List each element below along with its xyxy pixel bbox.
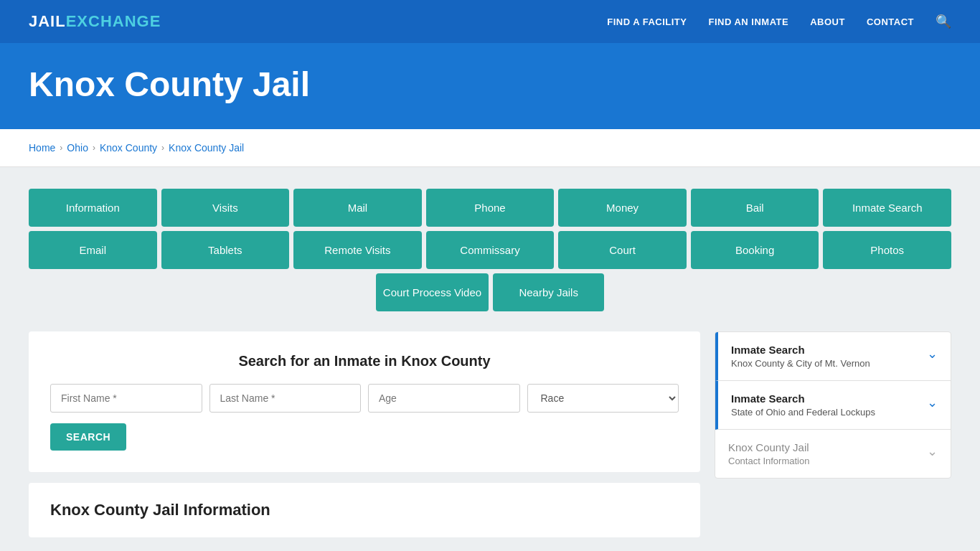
info-title: Knox County Jail Information	[50, 501, 679, 519]
btn-photos[interactable]: Photos	[823, 231, 951, 269]
sidebar-item-title-3: Knox County Jail	[728, 441, 809, 453]
nav-find-facility[interactable]: FIND A FACILITY	[607, 15, 687, 28]
main-content: Information Visits Mail Phone Money Bail…	[0, 167, 980, 551]
content-row: Search for an Inmate in Knox County Race…	[29, 331, 951, 537]
nav-about[interactable]: ABOUT	[810, 15, 845, 28]
chevron-down-icon-1: ⌄	[927, 346, 938, 362]
btn-money[interactable]: Money	[558, 189, 687, 227]
age-input[interactable]	[368, 384, 520, 413]
breadcrumb-knox-county[interactable]: Knox County	[100, 142, 157, 154]
sidebar-item-contact-info[interactable]: Knox County Jail Contact Information ⌄	[715, 430, 951, 478]
btn-court-process-video[interactable]: Court Process Video	[376, 273, 489, 311]
logo-exchange-text: EXCHANGE	[66, 12, 161, 31]
btn-mail[interactable]: Mail	[293, 189, 422, 227]
nav-contact[interactable]: CONTACT	[867, 15, 914, 28]
breadcrumb-ohio[interactable]: Ohio	[67, 142, 88, 154]
btn-court[interactable]: Court	[558, 231, 687, 269]
search-panel: Search for an Inmate in Knox County Race…	[29, 331, 700, 472]
race-select[interactable]: Race White Black Hispanic Asian Other	[527, 384, 679, 413]
sidebar-item-title-2: Inmate Search	[731, 392, 875, 405]
sidebar: Inmate Search Knox County & City of Mt. …	[715, 331, 951, 479]
sidebar-item-inmate-search-ohio[interactable]: Inmate Search State of Ohio and Federal …	[715, 381, 951, 430]
logo-jail-text: JAIL	[29, 12, 66, 31]
hero-section: Knox County Jail	[0, 43, 980, 129]
search-button[interactable]: SEARCH	[50, 423, 126, 451]
search-title: Search for an Inmate in Knox County	[50, 353, 679, 369]
button-row-2: Email Tablets Remote Visits Commissary C…	[29, 231, 951, 269]
button-row-1: Information Visits Mail Phone Money Bail…	[29, 189, 951, 227]
search-form: Race White Black Hispanic Asian Other	[50, 384, 679, 413]
breadcrumb-sep-2: ›	[93, 143, 95, 153]
btn-booking[interactable]: Booking	[691, 231, 819, 269]
page-title: Knox County Jail	[29, 65, 951, 104]
sidebar-item-title-1: Inmate Search	[731, 344, 870, 356]
nav-search-icon[interactable]: 🔍	[936, 14, 951, 29]
breadcrumb: Home › Ohio › Knox County › Knox County …	[0, 129, 980, 167]
chevron-down-icon-3: ⌄	[927, 443, 938, 459]
nav-links: FIND A FACILITY FIND AN INMATE ABOUT CON…	[607, 14, 951, 29]
btn-information[interactable]: Information	[29, 189, 157, 227]
logo[interactable]: JAIL EXCHANGE	[29, 12, 161, 31]
breadcrumb-home[interactable]: Home	[29, 142, 55, 154]
btn-commissary[interactable]: Commissary	[426, 231, 555, 269]
btn-visits[interactable]: Visits	[161, 189, 290, 227]
sidebar-item-subtitle-1: Knox County & City of Mt. Vernon	[731, 358, 870, 369]
sidebar-item-subtitle-3: Contact Information	[728, 456, 809, 466]
sidebar-card: Inmate Search Knox County & City of Mt. …	[715, 331, 951, 479]
first-name-input[interactable]	[50, 384, 202, 413]
sidebar-item-subtitle-2: State of Ohio and Federal Lockups	[731, 407, 875, 418]
button-row-3: Court Process Video Nearby Jails	[29, 273, 951, 311]
btn-bail[interactable]: Bail	[691, 189, 819, 227]
btn-tablets[interactable]: Tablets	[161, 231, 290, 269]
left-column: Search for an Inmate in Knox County Race…	[29, 331, 700, 537]
sidebar-item-inmate-search-knox[interactable]: Inmate Search Knox County & City of Mt. …	[715, 332, 951, 381]
btn-inmate-search[interactable]: Inmate Search	[823, 189, 951, 227]
btn-nearby-jails[interactable]: Nearby Jails	[493, 273, 604, 311]
btn-phone[interactable]: Phone	[426, 189, 555, 227]
breadcrumb-sep-3: ›	[161, 143, 164, 153]
info-section: Knox County Jail Information	[29, 483, 700, 537]
btn-remote-visits[interactable]: Remote Visits	[293, 231, 422, 269]
breadcrumb-sep-1: ›	[60, 143, 62, 153]
navbar: JAIL EXCHANGE FIND A FACILITY FIND AN IN…	[0, 0, 980, 43]
chevron-down-icon-2: ⌄	[927, 395, 938, 410]
last-name-input[interactable]	[209, 384, 362, 413]
breadcrumb-current: Knox County Jail	[169, 142, 244, 154]
btn-email[interactable]: Email	[29, 231, 157, 269]
nav-find-inmate[interactable]: FIND AN INMATE	[708, 15, 788, 28]
